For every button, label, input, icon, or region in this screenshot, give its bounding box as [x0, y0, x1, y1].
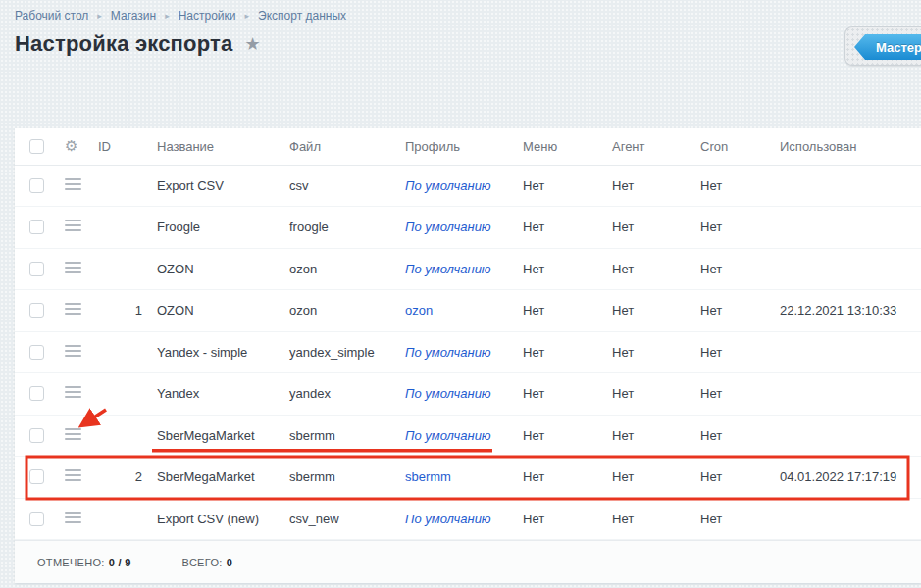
- cell-agent: Нет: [597, 415, 686, 457]
- column-header-file[interactable]: Файл: [275, 128, 390, 165]
- cell-file: yandex: [275, 373, 390, 416]
- row-checkbox[interactable]: [29, 512, 44, 526]
- cell-used: [765, 331, 921, 373]
- cell-profile: По умолчанию: [390, 207, 508, 249]
- cell-profile: По умолчанию: [390, 373, 508, 416]
- cell-file: yandex_simple: [275, 331, 390, 373]
- cell-menu: Нет: [508, 165, 597, 207]
- breadcrumb-item-store[interactable]: Магазин: [111, 9, 156, 23]
- breadcrumb-item-desktop[interactable]: Рабочий стол: [15, 9, 88, 23]
- row-actions-menu-icon[interactable]: [65, 300, 81, 318]
- cell-id: 2: [83, 457, 142, 499]
- cell-menu: Нет: [508, 207, 597, 249]
- total-counter: ВСЕГО:0: [182, 557, 232, 568]
- cell-id: [83, 248, 142, 290]
- row-checkbox-cell: [15, 165, 50, 207]
- row-actions-cell: [50, 457, 83, 499]
- header-settings-cell: ⚙: [50, 128, 83, 165]
- export-profiles-table: ⚙ ID Название Файл Профиль Меню Агент Cr…: [15, 128, 921, 540]
- table-row: OZONozonПо умолчаниюНетНетНет: [15, 248, 921, 290]
- cell-profile: По умолчанию: [390, 165, 508, 207]
- profile-default-link[interactable]: По умолчанию: [405, 262, 491, 276]
- profile-default-link[interactable]: По умолчанию: [405, 345, 491, 360]
- row-actions-menu-icon[interactable]: [65, 217, 81, 234]
- breadcrumb-separator-icon: ▸: [245, 11, 250, 21]
- select-all-checkbox[interactable]: [29, 139, 44, 154]
- row-actions-menu-icon[interactable]: [65, 466, 81, 484]
- row-checkbox[interactable]: [29, 345, 44, 360]
- row-checkbox[interactable]: [29, 303, 44, 318]
- table-row: YandexyandexПо умолчаниюНетНетНет: [15, 373, 921, 416]
- row-checkbox[interactable]: [29, 178, 44, 193]
- checked-value: 0 / 9: [109, 557, 131, 568]
- column-header-agent[interactable]: Агент: [597, 128, 686, 165]
- grid-settings-gear-icon[interactable]: ⚙: [65, 137, 77, 154]
- row-checkbox[interactable]: [29, 428, 44, 443]
- cell-menu: Нет: [508, 248, 597, 290]
- row-actions-menu-icon[interactable]: [65, 175, 81, 193]
- table-row: FrooglefroogleПо умолчаниюНетНетНет: [15, 207, 921, 249]
- row-checkbox-cell: [15, 290, 50, 332]
- page: { "breadcrumb": { "items": ["Рабочий сто…: [0, 0, 921, 588]
- cell-name: Yandex: [142, 373, 275, 416]
- cell-id: [83, 331, 142, 373]
- profile-default-link[interactable]: По умолчанию: [405, 386, 491, 401]
- column-header-menu[interactable]: Меню: [508, 128, 597, 165]
- table-row: 2SberMegaMarketsbermmsbermmНетНетНет04.0…: [15, 457, 921, 499]
- cell-used: 04.01.2022 17:17:19: [765, 457, 921, 499]
- row-checkbox-cell: [15, 248, 50, 290]
- column-header-name[interactable]: Название: [142, 128, 275, 165]
- cell-id: [83, 498, 142, 540]
- row-checkbox[interactable]: [29, 262, 44, 276]
- cell-name: Yandex - simple: [142, 331, 275, 373]
- profile-default-link[interactable]: По умолчанию: [405, 512, 491, 526]
- cell-agent: Нет: [597, 498, 686, 540]
- row-actions-menu-icon[interactable]: [65, 509, 81, 526]
- cell-cron: Нет: [686, 248, 765, 290]
- total-value: 0: [227, 557, 232, 568]
- cell-agent: Нет: [597, 248, 686, 290]
- column-header-used[interactable]: Использован: [765, 128, 921, 165]
- breadcrumb-item-export-data[interactable]: Экспорт данных: [258, 9, 346, 23]
- profile-default-link[interactable]: По умолчанию: [405, 220, 491, 234]
- row-checkbox[interactable]: [29, 386, 44, 401]
- row-checkbox-cell: [15, 331, 50, 373]
- row-actions-cell: [50, 165, 83, 207]
- cell-used: [765, 207, 921, 249]
- cell-name: OZON: [142, 248, 275, 290]
- row-actions-menu-icon[interactable]: [65, 383, 81, 401]
- row-checkbox[interactable]: [29, 220, 44, 234]
- favorite-star-icon[interactable]: ★: [244, 35, 260, 53]
- cell-cron: Нет: [686, 331, 765, 373]
- row-actions-menu-icon[interactable]: [65, 342, 81, 360]
- table-body: Export CSVcsvПо умолчаниюНетНетНетFroogl…: [15, 165, 921, 540]
- profile-link[interactable]: sbermm: [405, 469, 451, 484]
- profile-default-link[interactable]: По умолчанию: [405, 428, 491, 443]
- row-actions-cell: [50, 290, 83, 332]
- table-row: SberMegaMarketsbermmПо умолчаниюНетНетНе…: [15, 415, 921, 457]
- cell-name: SberMegaMarket: [142, 457, 275, 499]
- breadcrumb: Рабочий стол ▸ Магазин ▸ Настройки ▸ Экс…: [15, 9, 346, 23]
- cell-menu: Нет: [508, 290, 597, 332]
- row-checkbox-cell: [15, 373, 50, 416]
- cell-profile: По умолчанию: [390, 498, 508, 540]
- cell-id: 1: [83, 290, 142, 332]
- row-actions-menu-icon[interactable]: [65, 259, 81, 276]
- profile-default-link[interactable]: По умолчанию: [405, 178, 491, 193]
- page-title-row: Настройка экспорта ★: [15, 31, 261, 57]
- row-checkbox-cell: [15, 207, 50, 249]
- column-header-cron[interactable]: Cron: [686, 128, 765, 165]
- column-header-profile[interactable]: Профиль: [390, 128, 508, 165]
- wizard-button[interactable]: Мастер: [854, 34, 921, 60]
- cell-cron: Нет: [686, 290, 765, 332]
- cell-name: Export CSV (new): [142, 498, 275, 540]
- cell-cron: Нет: [686, 415, 765, 457]
- row-checkbox-cell: [15, 498, 50, 540]
- row-checkbox[interactable]: [29, 469, 44, 484]
- column-header-id[interactable]: ID: [83, 128, 142, 165]
- breadcrumb-item-settings[interactable]: Настройки: [179, 9, 236, 23]
- row-actions-menu-icon[interactable]: [65, 425, 81, 443]
- cell-name: SberMegaMarket: [142, 415, 275, 457]
- row-checkbox-cell: [15, 415, 50, 457]
- profile-link[interactable]: ozon: [405, 303, 433, 318]
